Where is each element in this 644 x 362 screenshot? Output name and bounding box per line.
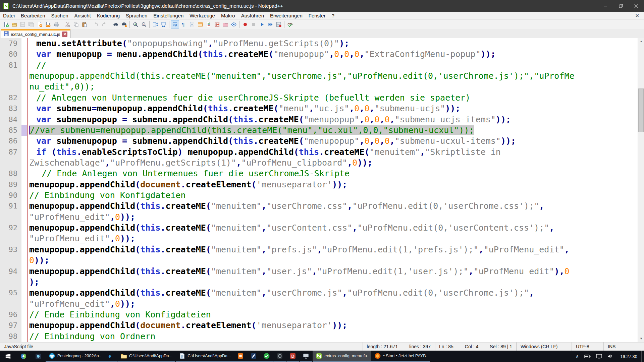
- word-wrap-icon[interactable]: [171, 20, 179, 28]
- scroll-down-icon[interactable]: ▼: [638, 336, 644, 342]
- run-macro-multi-icon[interactable]: [266, 20, 274, 28]
- taskbar-button-grey-app[interactable]: [300, 351, 312, 362]
- line-number[interactable]: [0, 299, 21, 309]
- bookmark-margin[interactable]: [21, 81, 27, 92]
- indent-guide-icon[interactable]: [187, 20, 196, 28]
- minimize-button[interactable]: [598, 0, 613, 12]
- scroll-up-icon[interactable]: ▲: [638, 38, 644, 45]
- pinned-dark-icon[interactable]: [31, 351, 46, 362]
- taskbar-button-doc[interactable]: C:\Users\Andi\AppDa...: [176, 351, 234, 362]
- line-number[interactable]: 96: [0, 309, 21, 320]
- bookmark-margin[interactable]: [21, 125, 27, 136]
- taskbar-button-green-app[interactable]: [260, 351, 273, 362]
- status-eol-format[interactable]: Windows (CR LF): [517, 342, 572, 351]
- line-number[interactable]: 87: [0, 147, 21, 158]
- code-text[interactable]: menupopup.appendChild(this.createME("men…: [27, 223, 638, 233]
- cut-icon[interactable]: [63, 20, 72, 28]
- redo-icon[interactable]: [100, 20, 108, 28]
- bookmark-margin[interactable]: [21, 71, 27, 81]
- menu-item-ausfhren[interactable]: Ausführen: [238, 12, 267, 20]
- replace-icon[interactable]: [120, 20, 128, 28]
- code-text[interactable]: 0));: [27, 255, 638, 266]
- code-text[interactable]: menupopup.appendChild(this.createME("men…: [27, 288, 638, 298]
- line-number[interactable]: [0, 233, 21, 244]
- line-number[interactable]: 95: [0, 288, 21, 298]
- bookmark-margin[interactable]: [21, 277, 27, 288]
- code-text[interactable]: nu_edit",0));: [27, 81, 638, 92]
- line-number[interactable]: 88: [0, 168, 21, 179]
- function-list-icon[interactable]: [213, 20, 221, 28]
- menu-item-einstellungen[interactable]: Einstellungen: [150, 12, 186, 20]
- taskbar-button-quill-app[interactable]: [247, 351, 260, 362]
- code-text[interactable]: // Anlegen von Untermenues fuer die user…: [27, 93, 638, 103]
- close-file-icon[interactable]: [35, 20, 44, 28]
- code-text[interactable]: );: [27, 277, 638, 288]
- vertical-scrollbar[interactable]: ▲ ▼: [638, 38, 644, 342]
- line-number[interactable]: 86: [0, 136, 21, 146]
- tab-close-icon[interactable]: ✕: [62, 32, 67, 37]
- menu-item-datei[interactable]: Datei: [0, 12, 18, 20]
- bookmark-margin[interactable]: [21, 288, 27, 298]
- doc-map-icon[interactable]: [204, 20, 213, 28]
- close-button[interactable]: [629, 0, 644, 12]
- code-text[interactable]: menupopup.appendChild(this.createME("men…: [27, 244, 638, 255]
- find-icon[interactable]: [111, 20, 120, 28]
- menu-item-suchen[interactable]: Suchen: [48, 12, 71, 20]
- save-macro-icon[interactable]: [274, 20, 283, 28]
- new-file-icon[interactable]: [2, 20, 10, 28]
- code-text[interactable]: menu.setAttribute("onpopupshowing","uPro…: [27, 38, 638, 49]
- line-number[interactable]: 92: [0, 223, 21, 233]
- code-text[interactable]: menupopup.appendChild(document.createEle…: [27, 179, 638, 190]
- bookmark-margin[interactable]: [21, 201, 27, 212]
- bookmark-margin[interactable]: [21, 299, 27, 309]
- code-text[interactable]: var submenupopup = submenu.appendChild(t…: [27, 136, 638, 146]
- sync-scroll-h-icon[interactable]: [159, 20, 168, 28]
- menu-item-[interactable]: ?: [329, 12, 337, 20]
- close-all-icon[interactable]: [44, 20, 52, 28]
- line-number[interactable]: [0, 212, 21, 223]
- start-button[interactable]: [0, 351, 16, 362]
- code-text[interactable]: // Einbindung von Ordnern: [27, 331, 638, 342]
- line-number[interactable]: [0, 71, 21, 81]
- menu-item-sprachen[interactable]: Sprachen: [123, 12, 150, 20]
- menu-item-erweiterungen[interactable]: Erweiterungen: [267, 12, 306, 20]
- bookmark-margin[interactable]: [21, 223, 27, 233]
- menu-item-bearbeiten[interactable]: Bearbeiten: [18, 12, 48, 20]
- taskbar-button-folder[interactable]: C:\Users\Andi\AppDa...: [117, 351, 175, 362]
- bookmark-margin[interactable]: [21, 103, 27, 114]
- bookmark-margin[interactable]: [21, 93, 27, 103]
- code-editor[interactable]: 79menu.setAttribute("onpopupshowing","uP…: [0, 38, 638, 342]
- menu-item-kodierung[interactable]: Kodierung: [94, 12, 123, 20]
- line-number[interactable]: [0, 158, 21, 168]
- code-text[interactable]: //: [27, 60, 638, 71]
- taskbar-button-browser-orange[interactable]: • Start • Jetzt bei PAYB...: [371, 351, 430, 362]
- zoom-in-icon[interactable]: [131, 20, 140, 28]
- record-macro-icon[interactable]: [241, 20, 249, 28]
- volume-icon[interactable]: [605, 353, 616, 360]
- print-icon[interactable]: [52, 20, 60, 28]
- show-all-characters-icon[interactable]: ¶: [179, 20, 187, 28]
- bookmark-margin[interactable]: [21, 190, 27, 201]
- status-insert-mode[interactable]: INS: [604, 342, 644, 351]
- taskbar-clock[interactable]: 19:27:30: [616, 354, 641, 359]
- line-number[interactable]: 85: [0, 125, 21, 136]
- code-text[interactable]: "uProfMenu_edit",0));: [27, 299, 638, 309]
- menu-item-ansicht[interactable]: Ansicht: [71, 12, 94, 20]
- play-macro-icon[interactable]: [258, 20, 266, 28]
- menu-item-makro[interactable]: Makro: [218, 12, 238, 20]
- undo-icon[interactable]: [92, 20, 100, 28]
- spell-check-icon[interactable]: ABC: [286, 20, 294, 28]
- bookmark-margin[interactable]: [21, 158, 27, 168]
- code-text[interactable]: menupopup.appendChild(document.createEle…: [27, 320, 638, 331]
- line-number[interactable]: [0, 81, 21, 92]
- show-desktop-button[interactable]: [641, 351, 644, 362]
- bookmark-margin[interactable]: [21, 244, 27, 255]
- taskbar-button-edge[interactable]: e: [104, 351, 117, 362]
- line-number[interactable]: 79: [0, 38, 21, 49]
- save-icon[interactable]: [18, 20, 27, 28]
- zoom-out-icon[interactable]: [140, 20, 148, 28]
- stop-macro-icon[interactable]: [249, 20, 258, 28]
- code-text[interactable]: Zwischenablage","uProfMenu.getScripts(1)…: [27, 158, 638, 168]
- code-text[interactable]: "uProfMenu_edit",0));: [27, 212, 638, 223]
- code-text[interactable]: // Einbindung von Konfigdateien: [27, 190, 638, 201]
